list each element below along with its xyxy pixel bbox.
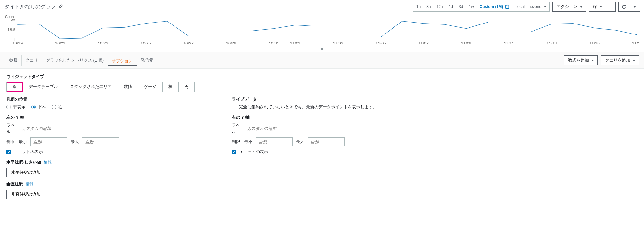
- svg-text:11/13: 11/13: [546, 42, 557, 45]
- label-word: ラベル: [6, 122, 15, 135]
- svg-text:11/03: 11/03: [333, 42, 343, 45]
- widget-type-gauge[interactable]: ゲージ: [138, 82, 163, 92]
- svg-text:11/05: 11/05: [376, 42, 386, 45]
- svg-text:11/17: 11/17: [632, 42, 639, 45]
- refresh-dropdown[interactable]: [629, 2, 640, 12]
- widget-type-bar[interactable]: 棒: [163, 82, 179, 92]
- svg-text:10/29: 10/29: [226, 42, 236, 45]
- left-y-max-input[interactable]: [82, 137, 119, 146]
- tab-browse[interactable]: 参照: [5, 55, 21, 66]
- range-custom[interactable]: Custom (1M): [477, 2, 512, 11]
- header-bar: タイトルなしのグラフ 1h 3h 12h 1d 3d 1w Custom (1M…: [0, 0, 644, 14]
- svg-text:10/27: 10/27: [183, 42, 194, 45]
- left-unit-display-checkbox[interactable]: [6, 150, 11, 154]
- v-annot-info-link[interactable]: 情報: [26, 181, 33, 187]
- svg-text:10/19: 10/19: [12, 42, 23, 45]
- radio-icon: [52, 105, 56, 109]
- live-data-desc: 完全に集約されていないときでも、最新のデータポイントを表示します。: [239, 104, 377, 110]
- widget-type-datatable[interactable]: データテーブル: [23, 82, 64, 92]
- action-button[interactable]: アクション: [552, 2, 586, 12]
- right-y-max-input[interactable]: [308, 137, 345, 146]
- svg-text:10/21: 10/21: [55, 42, 65, 45]
- svg-text:11/11: 11/11: [504, 42, 514, 45]
- tab-graphed-metrics[interactable]: グラフ化したメトリクス (1 個): [42, 55, 108, 66]
- svg-text:11/09: 11/09: [461, 42, 471, 45]
- range-1d[interactable]: 1d: [446, 2, 456, 11]
- add-v-annot-button[interactable]: 垂直注釈の追加: [6, 190, 45, 199]
- legend-bottom-radio[interactable]: 下へ: [31, 104, 46, 110]
- svg-text:18.5: 18.5: [7, 28, 15, 31]
- time-range-picker: 1h 3h 12h 1d 3d 1w Custom (1M) Local tim…: [413, 2, 550, 12]
- left-y-axis-label: 左の Y 軸: [6, 114, 213, 120]
- right-y-label-input[interactable]: [244, 124, 337, 133]
- right-unit-display-checkbox[interactable]: [232, 150, 236, 154]
- max-label: 最大: [296, 139, 304, 145]
- h-annot-info-link[interactable]: 情報: [44, 160, 52, 165]
- edit-title-icon[interactable]: [59, 4, 63, 10]
- live-data-checkbox[interactable]: [232, 105, 236, 109]
- max-label: 最大: [71, 139, 79, 145]
- min-label: 最小: [19, 139, 27, 145]
- tab-actions: 数式を追加 クエリを追加: [564, 55, 639, 65]
- range-3h[interactable]: 3h: [423, 2, 433, 11]
- refresh-button[interactable]: [618, 2, 629, 12]
- left-y-min-input[interactable]: [30, 137, 67, 146]
- radio-icon: [6, 105, 11, 109]
- svg-rect-0: [506, 5, 509, 9]
- live-data-label: ライブデータ: [232, 96, 438, 102]
- chart-area: Count 118.53610/1910/2110/2310/2510/2710…: [0, 14, 644, 46]
- range-12h[interactable]: 12h: [434, 2, 446, 11]
- widget-type-pie[interactable]: 円: [179, 82, 194, 92]
- svg-text:36: 36: [11, 19, 15, 22]
- svg-text:11/07: 11/07: [418, 42, 429, 45]
- add-h-annot-button[interactable]: 水平注釈の追加: [6, 168, 45, 177]
- right-y-min-input[interactable]: [256, 137, 293, 146]
- graph-title-region: タイトルなしのグラフ: [5, 4, 63, 10]
- range-1w[interactable]: 1w: [466, 2, 477, 11]
- range-3d[interactable]: 3d: [456, 2, 466, 11]
- header-controls: 1h 3h 12h 1d 3d 1w Custom (1M) Local tim…: [413, 2, 640, 12]
- right-y-axis-label: 右の Y 軸: [232, 114, 438, 120]
- line-chart: 118.53610/1910/2110/2310/2510/2710/2910/…: [5, 19, 639, 45]
- limit-word: 制限: [6, 139, 15, 145]
- widget-type-line[interactable]: 線: [7, 82, 23, 92]
- tab-options[interactable]: オプション: [108, 55, 137, 66]
- left-y-label-input[interactable]: [19, 124, 112, 133]
- h-annot-label: 水平注釈/しきい値: [6, 159, 41, 165]
- svg-text:10/25: 10/25: [141, 42, 151, 45]
- tab-row: 参照 クエリ グラフ化したメトリクス (1 個) オプション 発信元 数式を追加…: [0, 52, 644, 69]
- legend-radio-group: 非表示 下へ 右: [6, 104, 213, 110]
- svg-text:11/01: 11/01: [290, 42, 300, 45]
- svg-text:11/15: 11/15: [589, 42, 600, 45]
- graph-title: タイトルなしのグラフ: [5, 4, 56, 10]
- v-annot-label: 垂直注釈: [6, 181, 23, 187]
- add-expression-button[interactable]: 数式を追加: [564, 55, 598, 65]
- tabs: 参照 クエリ グラフ化したメトリクス (1 個) オプション 発信元: [5, 55, 157, 66]
- legend-hide-radio[interactable]: 非表示: [6, 104, 25, 110]
- legend-right-radio[interactable]: 右: [52, 104, 62, 110]
- svg-text:10/31: 10/31: [269, 42, 279, 45]
- limit-word: 制限: [232, 139, 241, 145]
- options-panel: ウィジェットタイプ 線 データテーブル スタックされたエリア 数値 ゲージ 棒 …: [0, 69, 644, 207]
- label-word: ラベル: [232, 122, 241, 135]
- radio-icon: [31, 105, 36, 109]
- range-1h[interactable]: 1h: [413, 2, 423, 11]
- svg-text:1: 1: [13, 38, 15, 41]
- resize-gripper[interactable]: =: [0, 46, 644, 52]
- line-style-button[interactable]: 線: [589, 2, 616, 12]
- add-query-button[interactable]: クエリを追加: [601, 55, 639, 65]
- widget-type-number[interactable]: 数値: [118, 82, 138, 92]
- options-right-col: ライブデータ 完全に集約されていないときでも、最新のデータポイントを表示します。…: [232, 96, 438, 199]
- tab-query[interactable]: クエリ: [21, 55, 42, 66]
- y-axis-label: Count: [5, 15, 639, 19]
- timezone-select[interactable]: Local timezone: [512, 2, 549, 11]
- svg-text:10/23: 10/23: [98, 42, 108, 45]
- unit-display-label: ユニットの表示: [239, 149, 268, 155]
- widget-type-group: 線 データテーブル スタックされたエリア 数値 ゲージ 棒 円: [6, 82, 195, 92]
- unit-display-label: ユニットの表示: [14, 149, 43, 155]
- widget-type-label: ウィジェットタイプ: [6, 74, 638, 80]
- options-left-col: 凡例の位置 非表示 下へ 右 左の Y 軸 ラベル: [6, 96, 213, 199]
- min-label: 最小: [244, 139, 252, 145]
- tab-source[interactable]: 発信元: [137, 55, 157, 66]
- widget-type-stacked-area[interactable]: スタックされたエリア: [64, 82, 118, 92]
